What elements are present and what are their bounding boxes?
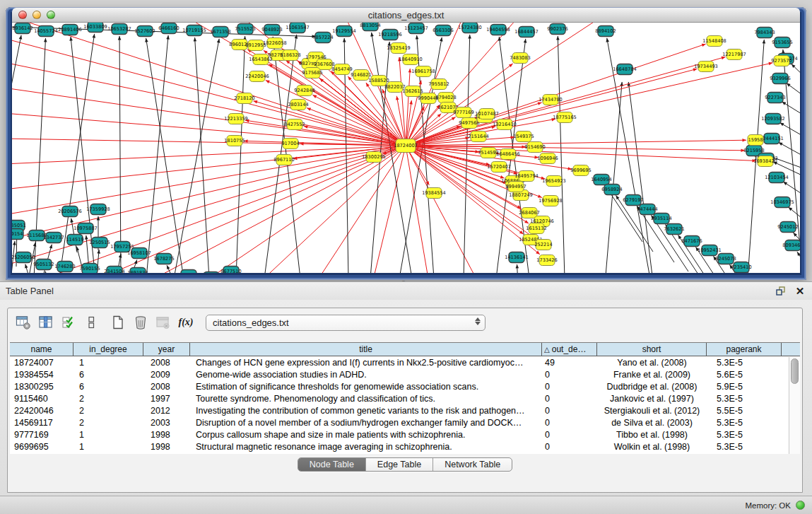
- svg-text:1588520: 1588520: [368, 78, 389, 83]
- scrollbar-thumb[interactable]: [791, 358, 799, 384]
- column-header-short[interactable]: short: [597, 343, 707, 356]
- svg-text:14055724: 14055724: [34, 28, 58, 34]
- column-header-in_degree[interactable]: in_degree: [73, 343, 143, 356]
- table-tabs-row: Node Table Edge Table Network Table: [8, 455, 802, 474]
- svg-text:8967110: 8967110: [273, 157, 294, 163]
- network-canvas[interactable]: 8936142140557242089140616033809106532871…: [12, 23, 800, 273]
- table-selector-value: citations_edges.txt: [213, 317, 289, 328]
- close-window-button[interactable]: [18, 11, 27, 19]
- svg-text:18495794: 18495794: [514, 173, 539, 179]
- svg-text:7515523: 7515523: [235, 26, 255, 32]
- svg-text:9154690: 9154690: [524, 144, 545, 150]
- zoom-window-button[interactable]: [47, 11, 55, 19]
- table-row[interactable]: 946554611997Estimation of the future num…: [10, 453, 788, 454]
- svg-text:9699695: 9699695: [570, 168, 591, 173]
- table-header-row: namein_degreeyeartitle△out_de…shortpager…: [10, 342, 800, 356]
- cell-pagerank: 5.6E-5: [707, 369, 782, 381]
- network-view-window[interactable]: citations_edges.txt 89361421405572420891…: [6, 7, 806, 280]
- network-window-titlebar[interactable]: citations_edges.txt: [12, 8, 800, 23]
- float-panel-icon[interactable]: [774, 285, 787, 298]
- cell-out_de: 0: [542, 405, 597, 417]
- svg-text:1342737: 1342737: [43, 235, 64, 240]
- create-column-button[interactable]: [108, 313, 128, 332]
- tab-network-table[interactable]: Network Table: [433, 458, 512, 471]
- minimize-window-button[interactable]: [33, 11, 41, 19]
- cell-short: Dudbridge et al. (2008): [597, 381, 707, 393]
- svg-text:917004: 917004: [281, 141, 299, 146]
- svg-text:13216410: 13216410: [493, 122, 517, 127]
- cell-in_degree: 2: [73, 405, 143, 417]
- cell-out_de: 0: [542, 417, 597, 429]
- svg-text:18300295: 18300295: [362, 154, 386, 160]
- svg-text:6279197: 6279197: [623, 197, 643, 203]
- select-columns-button[interactable]: [36, 313, 56, 332]
- svg-text:1746283: 1746283: [54, 264, 75, 269]
- sort-ascending-icon: △: [544, 346, 550, 354]
- select-all-button[interactable]: [59, 313, 78, 332]
- table-row[interactable]: 911546021997Tourette syndrome. Phenomeno…: [10, 393, 788, 405]
- delete-column-button[interactable]: [131, 313, 151, 332]
- table-row[interactable]: 977716911998Corpus callosum shape and si…: [10, 429, 788, 441]
- table-toolbar: f(x) citations_edges.txt: [8, 308, 802, 337]
- cell-pagerank: 5.3E-5: [707, 429, 782, 441]
- column-settings-button[interactable]: [13, 313, 33, 332]
- svg-text:15958: 15958: [748, 137, 763, 143]
- svg-text:1362615: 1362615: [402, 88, 423, 94]
- cell-short: Wolkin et al. (1998): [597, 441, 707, 453]
- fx-icon: f(x): [179, 317, 194, 328]
- tab-edge-table[interactable]: Edge Table: [366, 458, 433, 471]
- svg-text:9048923: 9048923: [261, 27, 282, 33]
- table-row[interactable]: 1938455462009Genome-wide association stu…: [10, 369, 788, 381]
- svg-text:16033809: 16033809: [83, 24, 107, 30]
- svg-text:16938420: 16938420: [753, 158, 777, 164]
- svg-text:10719155: 10719155: [182, 28, 206, 33]
- svg-text:9902376: 9902376: [547, 26, 567, 32]
- citation-network-graph[interactable]: 8936142140557242089140616033809106532871…: [12, 23, 800, 273]
- unmerge-rows-button[interactable]: [81, 313, 101, 332]
- table-row[interactable]: 2242004622012Investigating the contribut…: [10, 405, 788, 417]
- svg-text:8454749: 8454749: [331, 66, 352, 72]
- cell-short: Nakamura et al. (1997): [597, 453, 707, 454]
- cell-out_de: 0: [542, 429, 597, 441]
- cell-in_degree: 2: [73, 393, 143, 405]
- table-row[interactable]: 1830029562008Estimation of significance …: [10, 381, 788, 393]
- table-row[interactable]: 1872400712008Changes of HCN gene express…: [10, 357, 788, 369]
- svg-text:135051: 135051: [12, 223, 26, 228]
- svg-text:1733426: 1733426: [536, 257, 557, 263]
- svg-text:9474444: 9474444: [637, 206, 657, 212]
- column-header-pagerank[interactable]: pagerank: [707, 343, 782, 356]
- svg-text:1549375: 1549375: [513, 134, 534, 139]
- close-panel-icon[interactable]: ✕: [794, 285, 806, 298]
- function-builder-button[interactable]: f(x): [176, 313, 196, 332]
- svg-text:15720407: 15720407: [487, 164, 511, 170]
- column-header-name[interactable]: name: [10, 343, 73, 356]
- table-vertical-scrollbar[interactable]: [789, 357, 800, 454]
- svg-text:2151644: 2151644: [468, 134, 488, 139]
- cell-name: 9115460: [10, 393, 73, 405]
- column-header-year[interactable]: year: [143, 343, 190, 356]
- trash-icon: [133, 315, 148, 330]
- table-row[interactable]: 1456911722003Disruption of a novel membe…: [10, 417, 788, 429]
- cell-in_degree: 2: [73, 417, 143, 429]
- column-header-out_de[interactable]: △out_de…: [542, 343, 597, 356]
- tab-node-table[interactable]: Node Table: [298, 458, 366, 471]
- svg-text:18226058: 18226058: [263, 40, 287, 46]
- svg-text:6958924: 6958924: [601, 187, 622, 192]
- svg-text:11063547: 11063547: [286, 25, 310, 30]
- cell-title: Disruption of a novel member of a sodium…: [190, 417, 542, 429]
- cell-title: Investigating the contribution of common…: [190, 405, 542, 417]
- cell-title: Estimation of significance thresholds fo…: [190, 381, 542, 393]
- table-selector-combobox[interactable]: citations_edges.txt: [206, 315, 486, 331]
- cell-pagerank: 5.3E-5: [707, 453, 782, 454]
- svg-text:9153655: 9153655: [772, 40, 792, 45]
- cell-in_degree: 1: [73, 453, 143, 454]
- svg-text:8427552: 8427552: [284, 122, 305, 127]
- table-panel-title: Table Panel: [6, 286, 54, 296]
- table-row[interactable]: 969969511998Structural magnetic resonanc…: [10, 441, 788, 453]
- svg-text:8186328: 8186328: [280, 52, 300, 58]
- svg-text:7857224: 7857224: [312, 35, 333, 40]
- svg-text:7984343: 7984343: [754, 30, 775, 35]
- svg-text:2341504: 2341504: [104, 269, 124, 273]
- column-header-title[interactable]: title: [190, 343, 542, 356]
- svg-text:11548408: 11548408: [702, 38, 726, 44]
